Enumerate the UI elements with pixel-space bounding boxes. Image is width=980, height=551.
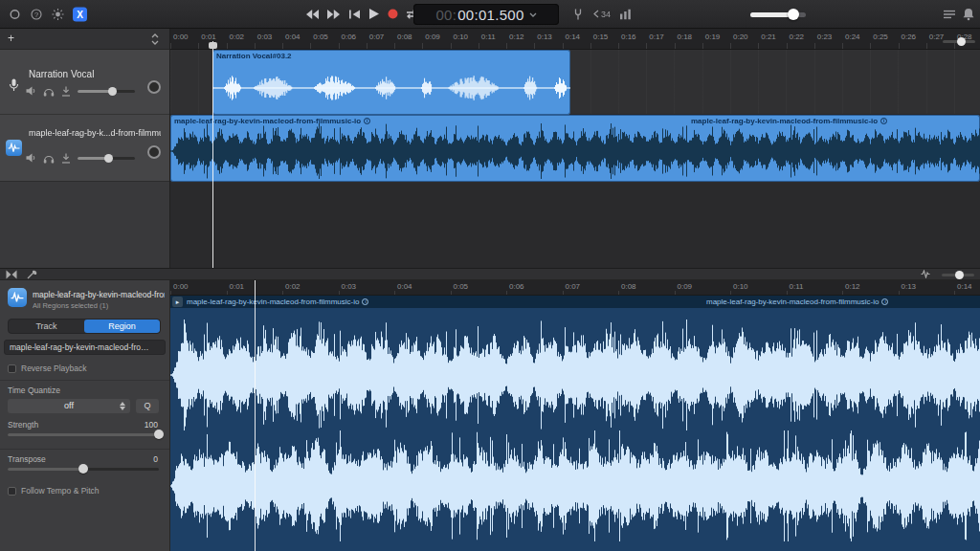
solo-button[interactable] <box>43 86 55 97</box>
ruler-label: 0:15 <box>593 33 609 41</box>
track-volume-slider[interactable] <box>78 157 135 160</box>
zoom-knob[interactable] <box>957 37 966 46</box>
ruler-tick <box>590 43 591 50</box>
track-header-toolbar: + <box>0 29 169 50</box>
ruler-tick <box>198 43 199 50</box>
ruler-label: 0:08 <box>397 33 412 41</box>
lcd-display[interactable]: 00: 00:01.500 <box>413 4 559 25</box>
queue-icon[interactable] <box>944 10 955 18</box>
go-to-beginning-button[interactable] <box>346 8 362 21</box>
q-button[interactable]: Q <box>136 399 159 413</box>
region-label: maple-leaf-rag-by-kevin-macleod-from-fil… <box>174 117 370 125</box>
add-track-button[interactable]: + <box>8 32 14 45</box>
follow-tempo-label: Follow Tempo & Pitch <box>21 486 100 496</box>
ruler-label: 0:02 <box>285 282 301 291</box>
tab-track[interactable]: Track <box>9 320 84 333</box>
volume-knob[interactable] <box>788 9 799 20</box>
rewind-button[interactable] <box>304 8 320 21</box>
playhead-handle[interactable] <box>209 42 217 49</box>
ruler-label: 0:19 <box>705 33 721 41</box>
input-monitor-button[interactable] <box>61 86 71 97</box>
empty-header-area <box>0 182 169 268</box>
crossfade-icon[interactable] <box>6 270 17 279</box>
ruler-tick <box>842 43 843 50</box>
ruler-label: 0:10 <box>454 33 469 41</box>
solo-button[interactable] <box>43 153 55 164</box>
quantize-dropdown[interactable]: off <box>8 399 130 413</box>
ruler-tick <box>282 43 283 50</box>
ruler-tick <box>646 43 647 50</box>
brightness-icon[interactable] <box>52 8 64 20</box>
mute-button[interactable] <box>26 86 36 96</box>
fast-forward-button[interactable] <box>325 8 341 21</box>
region-music[interactable]: maple-leaf-rag-by-kevin-macleod-from-fil… <box>170 115 980 182</box>
region-narration[interactable]: Narration Vocal#03.2 <box>212 50 570 115</box>
track-volume-slider[interactable] <box>78 90 135 93</box>
track-header-panel: + Narration Vocal <box>0 29 170 268</box>
track-header-music[interactable]: maple-leaf-rag-by-k...d-from-filmmusic-i… <box>0 115 169 182</box>
prelisten-button[interactable]: ▸ <box>172 297 183 307</box>
ruler-label: 0:22 <box>790 33 805 41</box>
transpose-slider[interactable] <box>8 468 159 471</box>
stepper-icons[interactable] <box>120 402 125 410</box>
waveform-zoom-icon[interactable] <box>921 270 930 278</box>
pan-knob[interactable] <box>147 80 161 94</box>
track-lane-music[interactable]: maple-leaf-rag-by-kevin-macleod-from-fil… <box>170 115 980 182</box>
app-badge-x-icon[interactable]: X <box>73 7 87 21</box>
ruler-tick <box>227 43 228 50</box>
record-indicator-icon[interactable] <box>10 9 20 19</box>
track-lane-narration[interactable]: Narration Vocal#03.2 <box>170 50 980 115</box>
mute-button[interactable] <box>26 153 36 163</box>
record-button[interactable] <box>385 8 400 21</box>
track-options-icon[interactable] <box>150 33 160 45</box>
timeline-zoom-slider[interactable] <box>943 40 975 43</box>
play-button[interactable] <box>367 8 382 21</box>
volume-knob[interactable] <box>104 154 113 163</box>
ruler-label: 0:12 <box>509 33 524 41</box>
editor-playhead[interactable] <box>255 280 256 551</box>
level-meter-icon[interactable] <box>620 9 631 19</box>
playhead[interactable] <box>212 41 213 268</box>
selection-subtitle: All Regions selected (1) <box>33 301 108 310</box>
help-icon[interactable]: ? <box>31 9 42 20</box>
track-name[interactable]: maple-leaf-rag-by-k...d-from-filmmusic-i… <box>29 128 161 138</box>
track-name[interactable]: Narration Vocal <box>29 69 161 79</box>
volume-knob[interactable] <box>108 87 117 96</box>
reverse-playback-checkbox[interactable] <box>8 364 16 373</box>
input-monitor-button[interactable] <box>61 153 71 164</box>
empty-lane-area[interactable] <box>170 183 980 268</box>
editor-main: 0:000:010:020:030:040:050:060:070:080:09… <box>170 280 980 551</box>
region-label: Narration Vocal#03.2 <box>216 52 292 60</box>
pan-knob[interactable] <box>147 145 161 159</box>
lcd-time: 00:01.500 <box>457 7 523 23</box>
follow-tempo-checkbox[interactable] <box>8 487 16 496</box>
ruler-label: 0:23 <box>817 33 833 41</box>
divider <box>0 449 169 450</box>
ruler-tick <box>618 43 619 50</box>
track-header-narration[interactable]: Narration Vocal <box>0 50 169 115</box>
zoom-knob[interactable] <box>955 271 964 279</box>
reverse-playback-label: Reverse Playback <box>21 364 87 373</box>
editor-ruler[interactable]: 0:000:010:020:030:040:050:060:070:080:09… <box>170 280 980 296</box>
tab-region[interactable]: Region <box>84 320 160 333</box>
strength-slider[interactable] <box>8 433 159 436</box>
ruler-tick <box>367 43 368 50</box>
ruler-tick <box>422 43 423 50</box>
ruler-tick <box>899 43 900 50</box>
timeline-ruler[interactable]: 0:000:010:020:030:040:050:060:070:080:09… <box>170 29 980 50</box>
volume-slider[interactable] <box>750 12 806 17</box>
editor-waveform-area[interactable] <box>170 308 980 551</box>
editor-region-label: maple-leaf-rag-by-kevin-macleod-from-fil… <box>187 298 368 306</box>
region-name-field[interactable]: maple-leaf-rag-by-kevin-macleod-fro… <box>4 340 166 355</box>
bell-icon[interactable] <box>963 8 974 20</box>
tools-icon[interactable] <box>27 270 37 279</box>
editor-waveform[interactable] <box>170 308 980 551</box>
ruler-tick <box>479 43 479 50</box>
slider-knob[interactable] <box>78 464 88 474</box>
slider-knob[interactable] <box>154 430 164 439</box>
editor-zoom-slider[interactable] <box>942 274 974 276</box>
tuner-icon[interactable] <box>572 8 584 20</box>
inspector-tabs: Track Region <box>8 319 161 334</box>
chevron-down-icon[interactable] <box>529 12 537 17</box>
tracks-area: 0:000:010:020:030:040:050:060:070:080:09… <box>170 29 980 268</box>
